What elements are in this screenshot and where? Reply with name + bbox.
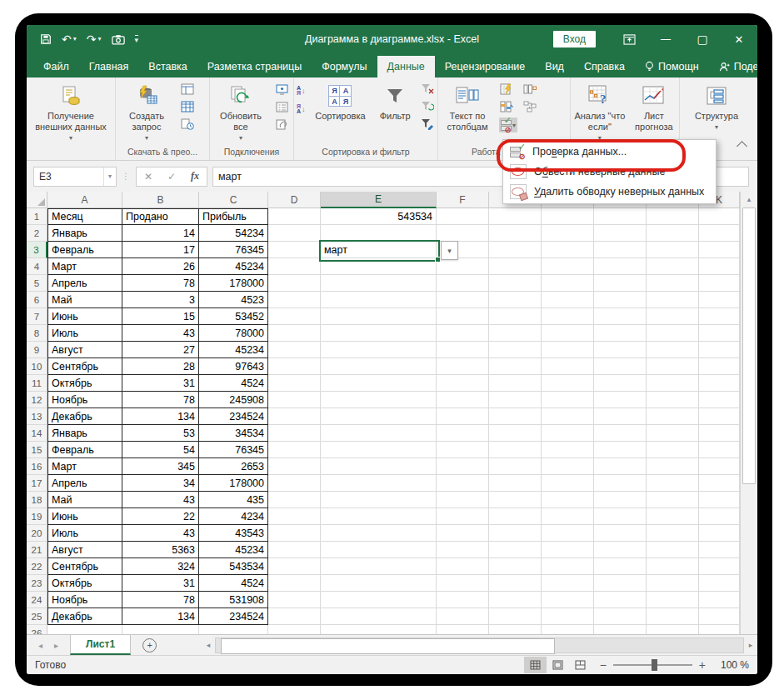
name-box[interactable]: E3 ▾ [33,167,117,187]
cell-D15[interactable] [268,442,321,458]
row-header-12[interactable]: 12 [27,392,47,408]
tab-data[interactable]: Данные [377,56,435,78]
row-header-14[interactable]: 14 [27,425,47,442]
cell-H12[interactable] [542,392,594,408]
cell-C4[interactable]: 45234 [199,258,268,275]
cell-F9[interactable] [437,342,489,358]
cell-C22[interactable]: 543534 [199,558,268,575]
cell-D20[interactable] [268,525,321,542]
cell-J22[interactable] [647,558,699,575]
cell-H10[interactable] [542,358,594,375]
cell-D24[interactable] [268,592,321,608]
cell-C24[interactable]: 531908 [199,592,268,608]
cell-I8[interactable] [594,325,647,342]
horizontal-scroll-track[interactable] [215,638,744,653]
cell-D4[interactable] [268,258,321,275]
cell-G15[interactable] [489,442,542,458]
prev-sheet-button[interactable]: ◂ [38,641,42,650]
tab-view[interactable]: Вид [535,56,574,78]
cell-J18[interactable] [647,492,699,508]
cancel-entry-button[interactable]: ✕ [137,171,160,182]
cell-H11[interactable] [542,375,594,392]
cell-E11[interactable] [321,375,437,392]
cell-J6[interactable] [647,292,699,308]
cell-F6[interactable] [437,292,489,308]
menu-item-circle-invalid[interactable]: Обвести неверные данные [504,162,715,182]
scroll-up-arrow[interactable]: ▴ [741,192,757,207]
what-if-button[interactable]: ? Анализ "что если" ▾ [571,81,629,145]
cell-I20[interactable] [594,525,647,542]
cell-G17[interactable] [489,475,542,492]
cell-J23[interactable] [647,575,699,592]
cell-K18[interactable] [699,492,740,508]
recent-sources-icon[interactable] [180,118,195,131]
maximize-button[interactable]: ▢ [684,25,721,53]
tab-formulas[interactable]: Формулы [312,56,377,78]
tab-page-layout[interactable]: Разметка страницы [197,56,312,78]
cell-K13[interactable] [699,408,740,425]
row-header-24[interactable]: 24 [27,592,47,608]
cell-B21[interactable]: 5363 [122,542,199,558]
cell-C18[interactable]: 435 [199,492,268,508]
cell-C14[interactable]: 34534 [199,425,268,442]
cell-C5[interactable]: 178000 [199,275,268,292]
undo-dropdown-arrow[interactable]: ▾ [73,36,77,42]
undo-button[interactable]: ↶▾ [62,33,77,45]
cell-A20[interactable]: Июль [47,525,122,542]
cell-I11[interactable] [594,375,647,392]
cell-D7[interactable] [268,308,321,325]
relationships-icon[interactable] [522,100,537,113]
cell-K2[interactable] [699,225,740,242]
cell-D12[interactable] [268,392,321,408]
cell-A14[interactable]: Январь [47,425,122,442]
sheet-tab-list1[interactable]: Лист1 [70,635,131,655]
cell-C25[interactable]: 234524 [199,608,268,625]
cell-K1[interactable] [699,208,740,225]
cell-K15[interactable] [699,442,740,458]
cell-D10[interactable] [268,358,321,375]
cell-G22[interactable] [489,558,542,575]
cell-J25[interactable] [647,608,699,625]
tab-share[interactable]: Поделиться [709,56,757,78]
cell-C15[interactable]: 76345 [199,442,268,458]
zoom-out-button[interactable]: − [600,658,607,672]
cell-G18[interactable] [489,492,542,508]
cell-B18[interactable]: 43 [122,492,199,508]
row-header-7[interactable]: 7 [27,308,47,325]
ribbon-display-options-button[interactable] [611,25,647,53]
cell-H8[interactable] [542,325,594,342]
cell-D17[interactable] [268,475,321,492]
cell-B13[interactable]: 134 [122,408,199,425]
cell-B10[interactable]: 28 [122,358,199,375]
cell-I13[interactable] [594,408,647,425]
row-header-9[interactable]: 9 [27,342,47,358]
cell-H9[interactable] [542,342,594,358]
tab-review[interactable]: Рецензирование [435,56,536,78]
cell-A5[interactable]: Апрель [47,275,122,292]
cell-G13[interactable] [489,408,542,425]
cell-F13[interactable] [437,408,489,425]
cell-K24[interactable] [699,592,740,608]
cell-J17[interactable] [647,475,699,492]
cell-J16[interactable] [647,458,699,475]
cell-H24[interactable] [542,592,594,608]
cell-K22[interactable] [699,558,740,575]
sort-za-button[interactable]: ЯА↓ [297,104,306,114]
cell-J12[interactable] [647,392,699,408]
cell-K9[interactable] [699,342,740,358]
cell-C19[interactable]: 4234 [199,508,268,525]
cell-I25[interactable] [594,608,647,625]
cell-B4[interactable]: 26 [122,258,199,275]
cell-H20[interactable] [542,525,594,542]
cell-F4[interactable] [437,258,489,275]
advanced-filter-icon[interactable] [420,118,435,131]
row-header-10[interactable]: 10 [27,358,47,375]
cell-G20[interactable] [489,525,542,542]
cell-F11[interactable] [437,375,489,392]
cell-K6[interactable] [699,292,740,308]
cell-F7[interactable] [437,308,489,325]
redo-button[interactable]: ↷▾ [87,33,102,45]
cell-B3[interactable]: 17 [122,242,199,258]
cell-D9[interactable] [268,342,321,358]
cell-B16[interactable]: 345 [122,458,199,475]
